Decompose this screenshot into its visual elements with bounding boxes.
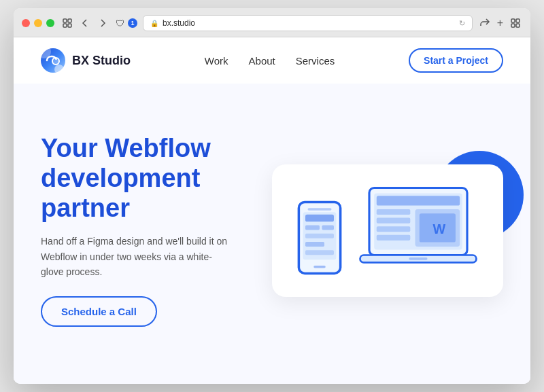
website-content: BX Studio Work About Services Start a Pr… [14, 37, 530, 384]
hero-subtitle: Hand off a Figma design and we'll build … [41, 234, 231, 279]
url-text: bx.studio [163, 18, 195, 28]
svg-rect-7 [516, 24, 520, 27]
share-button[interactable] [478, 16, 492, 30]
lock-icon: 🔒 [150, 20, 158, 27]
svg-rect-4 [511, 19, 515, 22]
svg-rect-6 [511, 24, 515, 27]
svg-rect-14 [322, 225, 335, 230]
svg-rect-2 [63, 24, 67, 27]
svg-rect-23 [377, 217, 411, 223]
hero-section: Your Webflow development partner Hand of… [14, 84, 530, 384]
svg-rect-12 [305, 215, 334, 222]
browser-controls [60, 17, 110, 29]
refresh-icon[interactable]: ↻ [459, 19, 465, 28]
hero-illustration: W [272, 164, 503, 297]
extensions-button[interactable] [509, 16, 522, 30]
svg-rect-30 [409, 257, 428, 260]
svg-rect-13 [305, 225, 320, 230]
svg-rect-17 [305, 250, 334, 255]
site-nav: BX Studio Work About Services Start a Pr… [14, 37, 530, 84]
nav-link-about[interactable]: About [249, 55, 275, 67]
svg-rect-1 [68, 19, 71, 22]
logo-text: BX Studio [72, 54, 131, 68]
nav-link-work[interactable]: Work [205, 55, 228, 67]
svg-rect-5 [516, 19, 520, 22]
svg-point-8 [52, 58, 59, 65]
maximize-button[interactable] [46, 19, 54, 27]
browser-window: 🛡 1 🔒 bx.studio ↻ + [14, 8, 530, 384]
svg-rect-15 [305, 234, 334, 238]
back-button[interactable] [78, 17, 92, 29]
browser-actions: + [478, 16, 522, 31]
illustration-card: W [272, 164, 503, 297]
svg-rect-0 [63, 19, 67, 22]
svg-rect-3 [68, 24, 71, 27]
address-bar[interactable]: 🔒 bx.studio ↻ [143, 15, 473, 31]
logo-icon [41, 48, 65, 73]
svg-rect-25 [377, 234, 411, 240]
laptop-illustration: W [357, 185, 479, 277]
phone-illustration [296, 199, 343, 277]
svg-rect-22 [377, 209, 411, 215]
logo-link[interactable]: BX Studio [41, 48, 131, 73]
svg-rect-21 [377, 196, 460, 205]
shield-icon: 🛡 [116, 18, 124, 29]
nav-link-services[interactable]: Services [296, 55, 335, 67]
bookmark-button[interactable]: + [496, 16, 505, 31]
forward-button[interactable] [95, 17, 110, 29]
address-bar-container: 🔒 bx.studio ↻ [143, 15, 473, 31]
svg-rect-18 [313, 266, 326, 268]
hero-content: Your Webflow development partner Hand of… [41, 134, 245, 326]
hero-title: Your Webflow development partner [41, 134, 245, 223]
close-button[interactable] [22, 19, 30, 27]
minimize-button[interactable] [34, 19, 42, 27]
hero-cta-button[interactable]: Schedule a Call [41, 296, 157, 327]
svg-rect-24 [377, 226, 411, 232]
svg-text:W: W [433, 221, 446, 236]
svg-rect-16 [305, 242, 324, 247]
notification-badge: 1 [128, 18, 137, 28]
svg-rect-11 [308, 208, 332, 211]
browser-chrome: 🛡 1 🔒 bx.studio ↻ + [14, 8, 530, 37]
traffic-lights [22, 19, 54, 27]
nav-links: Work About Services [205, 55, 335, 67]
nav-cta-button[interactable]: Start a Project [409, 48, 503, 73]
tab-grid-button[interactable] [60, 17, 75, 29]
